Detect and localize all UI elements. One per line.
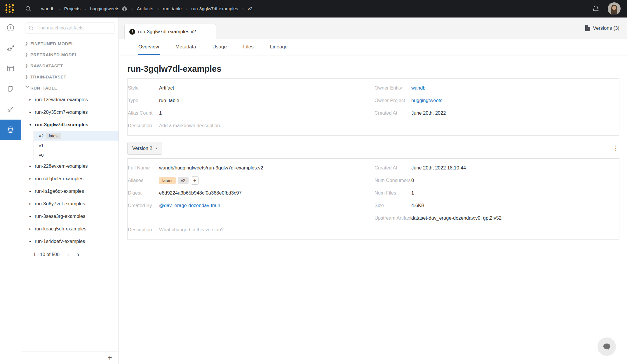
description-placeholder[interactable]: Add a markdown description... [159,123,224,128]
breadcrumb-artifacts[interactable]: Artifacts [137,6,153,11]
pagination-next-icon[interactable]: › [77,251,79,259]
field-label: Size [374,203,411,208]
breadcrumb-entity[interactable]: wandb [41,6,55,11]
help-chat-button[interactable] [598,337,616,356]
owner-entity-link[interactable]: wandb [411,85,426,91]
alias-badge-latest: latest [159,177,176,184]
chevron-right-icon: ❯ [25,52,30,57]
chevron-down-icon: ❯ [26,85,30,90]
artifact-tab-strip: i run-3gqlw7dl-examples:v2 Versions (3) [119,18,627,39]
add-artifact-button[interactable]: + [107,354,112,362]
version-item-v1[interactable]: v1 [34,141,119,150]
tree-run-item[interactable]: ▸ run-20y35cm7-examples [21,106,119,118]
sidebar-pagination: 1 - 10 of 500 ‹ › [21,248,119,262]
search-icon [28,25,34,31]
tab-metadata[interactable]: Metadata [175,39,197,55]
breadcrumb-version[interactable]: v2 [248,6,252,11]
tree-run-item[interactable]: ▸ run-cd1jhcf5-examples [21,172,119,185]
tab-usage[interactable]: Usage [212,39,227,55]
tree-run-item[interactable]: ▸ run-koacg5oh-examples [21,223,119,235]
chat-bubble-icon [602,343,611,351]
svg-text:i: i [10,26,11,30]
document-icon [585,25,590,32]
run-name: run-cd1jhcf5-examples [35,176,83,181]
tree-section-finetuned-model[interactable]: ❯ FINETUNED-MODEL [21,38,119,49]
search-input[interactable] [36,25,111,31]
artifact-version-tab[interactable]: i run-3gqlw7dl-examples:v2 [124,24,216,39]
tree-section-raw-dataset[interactable]: ❯ RAW-DATASET [21,60,119,71]
field-value: 4.6KB [411,203,424,208]
breadcrumb-project[interactable]: huggingtweets [90,6,119,11]
field-version-description: Description What changed in this version… [128,223,374,236]
version-item-v2[interactable]: v2 latest [34,131,119,141]
field-value: 1 [411,190,414,196]
chevron-right-icon: ❯ [25,41,30,46]
rail-charts-icon[interactable] [0,38,21,58]
field-value: June 20th, 2022 18:10:44 [411,165,466,171]
info-icon: i [129,29,135,35]
triangle-right-icon: ▸ [29,98,35,102]
tab-lineage[interactable]: Lineage [269,39,288,55]
left-icon-rail: i [0,18,21,364]
owner-project-link[interactable]: huggingtweets [411,98,442,103]
triangle-right-icon: ▸ [29,110,35,114]
tab-files[interactable]: Files [243,39,254,55]
rail-reports-icon[interactable] [0,79,21,99]
rail-artifacts-icon[interactable] [0,120,21,140]
field-style: Style Artifact [128,82,374,94]
version-label: v2 [39,133,43,139]
run-name: run-koacg5oh-examples [35,226,86,232]
add-alias-button[interactable]: + [191,176,199,185]
artifact-sidebar: ❯ FINETUNED-MODEL ❯ PRETRAINED-MODEL ❯ R… [21,18,119,364]
pagination-prev-icon[interactable]: ‹ [67,251,69,259]
version-item-v0[interactable]: v0 [34,150,119,160]
tree-run-item[interactable]: ▸ run-3sese3rg-examples [21,210,119,223]
field-owner-project: Owner Project huggingtweets [374,94,619,107]
tree-run-item[interactable]: ▸ run-3o6y7vof-examples [21,197,119,210]
wandb-logo-icon[interactable] [4,3,15,15]
version-select-dropdown[interactable]: Version 2 ▾ [127,142,162,155]
breadcrumb-separator: › [242,6,244,11]
notifications-bell-icon[interactable] [591,4,600,13]
tree-run-item-current[interactable]: ▾ run-3gqlw7dl-examples [21,118,119,131]
breadcrumb-artifact-type[interactable]: run_table [163,6,182,11]
rail-info-icon[interactable]: i [0,18,21,38]
triangle-down-icon: ▾ [29,123,35,127]
run-name: run-3o6y7vof-examples [35,201,85,206]
rail-tables-icon[interactable] [0,58,21,79]
field-label: Num Files [374,190,411,196]
breadcrumb-artifact-name[interactable]: run-3gqlw7dl-examples [191,6,238,11]
tree-run-item[interactable]: ▸ run-228evxem-examples [21,160,119,172]
tree-section-pretrained-model[interactable]: ❯ PRETRAINED-MODEL [21,49,119,60]
breadcrumb-separator: › [59,6,60,11]
field-value: Artifact [159,85,174,91]
tree-section-train-dataset[interactable]: ❯ TRAIN-DATASET [21,71,119,82]
field-owner-entity: Owner Entity wandb [374,82,619,94]
version-label: v0 [39,153,43,158]
tree-section-label: PRETRAINED-MODEL [30,52,77,57]
chevron-right-icon: ❯ [25,75,30,79]
version-detail-panel: Full Name wandb/huggingtweets/run-3gqlw7… [127,158,619,240]
page-title: run-3gqlw7dl-examples [127,64,619,74]
tree-run-item[interactable]: ▸ run-1zewdmar-examples [21,93,119,106]
field-created-at: Created At June 20th, 2022 [374,107,619,119]
versions-button[interactable]: Versions (3) [585,25,619,32]
breadcrumb-projects[interactable]: Projects [64,6,81,11]
field-description: Description Add a markdown description..… [128,119,374,132]
field-value: dataset-dav_erage-dozendav:v0, gpt2:v52 [411,215,501,221]
version-description-placeholder[interactable]: What changed in this version? [159,227,224,232]
user-avatar[interactable] [608,2,621,15]
field-upstream-artifacts: Upstream Artifacts dataset-dav_erage-doz… [374,212,619,224]
field-label: Alias Count [128,110,159,116]
created-by-link[interactable]: @dav_erage-dozendav-train [159,203,220,208]
search-icon[interactable] [25,5,32,12]
tree-section-run-table[interactable]: ❯ RUN_TABLE [21,82,119,93]
tree-run-item[interactable]: ▸ run-1s4doefv-examples [21,235,119,248]
rail-sweeps-icon[interactable] [0,99,21,120]
tab-overview[interactable]: Overview [138,39,160,55]
version-toolbar: Version 2 ▾ ⋮ [127,142,619,155]
artifact-search-box[interactable] [25,22,114,34]
overflow-menu-icon[interactable]: ⋮ [612,147,619,150]
caret-down-icon: ▾ [156,146,158,150]
tree-run-item[interactable]: ▸ run-la1ge6qt-examples [21,185,119,197]
